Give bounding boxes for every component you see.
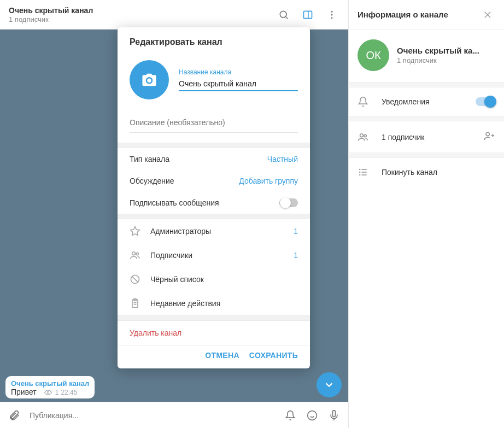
scroll-down-button[interactable] [317, 372, 342, 397]
paperclip-icon [8, 409, 20, 421]
save-button[interactable]: СОХРАНИТЬ [249, 351, 298, 360]
notifications-row[interactable]: Уведомления [349, 87, 504, 116]
svg-point-25 [486, 132, 489, 136]
channel-type-row[interactable]: Тип канала Частный [118, 148, 310, 170]
svg-point-33 [360, 175, 360, 175]
svg-point-31 [360, 169, 360, 170]
svg-line-16 [132, 277, 138, 283]
discussion-value: Добавить группу [239, 177, 298, 185]
emoji-button[interactable] [302, 406, 322, 425]
close-icon [483, 10, 493, 20]
recent-actions-label: Недавние действия [150, 299, 298, 308]
search-button[interactable] [273, 4, 295, 26]
svg-point-7 [47, 391, 49, 394]
channel-subtitle: 1 подписчик [9, 15, 273, 24]
eye-icon [44, 389, 52, 396]
channel-subscribers: 1 подписчик [397, 56, 479, 65]
cancel-button[interactable]: ОТМЕНА [205, 351, 239, 360]
svg-point-5 [331, 14, 333, 15]
leave-channel-label: Покинуть канал [382, 168, 495, 177]
sign-messages-toggle[interactable] [279, 198, 298, 207]
discussion-row[interactable]: Обсуждение Добавить группу [118, 170, 310, 192]
message-meta: 1 22:45 [44, 389, 78, 396]
description-input[interactable] [130, 114, 298, 133]
star-icon [130, 226, 140, 237]
svg-marker-12 [131, 227, 140, 236]
composer-input[interactable] [26, 411, 278, 420]
channel-profile[interactable]: ОК Очень скрытый ка... 1 подписчик [349, 30, 504, 82]
modal-title: Редактировать канал [118, 27, 310, 55]
bell-icon [285, 410, 296, 421]
channel-name-input[interactable] [179, 76, 298, 91]
channel-type-value: Частный [267, 155, 298, 163]
discussion-label: Обсуждение [130, 177, 239, 185]
panel-subscribers-label: 1 подписчик [382, 133, 483, 142]
svg-point-14 [136, 253, 138, 255]
info-panel: Информация о канале ОК Очень скрытый ка.… [348, 0, 504, 428]
message-time: 22:45 [61, 389, 77, 396]
chat-header: Очень скрытый канал 1 подписчик [0, 0, 348, 30]
avatar-upload-button[interactable] [130, 60, 169, 99]
info-panel-title: Информация о канале [358, 10, 480, 19]
message-sender: Очень скрытый канал [11, 379, 89, 388]
notifications-toggle[interactable] [476, 97, 495, 106]
list-icon [358, 167, 368, 178]
subscribers-count: 1 [294, 251, 298, 260]
composer [0, 402, 348, 428]
message-text: Привет [11, 388, 37, 396]
header-title-block[interactable]: Очень скрытый канал 1 подписчик [9, 6, 273, 24]
panel-subscribers-row[interactable]: 1 подписчик [349, 121, 504, 153]
panel-icon [302, 9, 313, 20]
blacklist-row[interactable]: Чёрный список [118, 267, 310, 291]
svg-point-13 [132, 252, 136, 255]
search-icon [278, 9, 289, 20]
svg-point-8 [308, 411, 317, 420]
svg-point-32 [360, 172, 360, 173]
sidebar-toggle-button[interactable] [297, 4, 319, 26]
subscribers-label: Подписчики [150, 251, 294, 260]
leave-channel-row[interactable]: Покинуть канал [349, 158, 504, 186]
channel-name: Очень скрытый ка... [397, 46, 479, 55]
svg-point-6 [331, 17, 333, 19]
clipboard-icon [130, 298, 140, 309]
svg-point-4 [331, 10, 333, 12]
administrators-label: Администраторы [150, 227, 294, 236]
channel-avatar: ОК [358, 39, 389, 71]
users-icon [358, 132, 368, 143]
channel-name-label: Название канала [179, 68, 298, 76]
more-vertical-icon [326, 9, 337, 20]
notifications-label: Уведомления [382, 97, 476, 106]
svg-line-1 [286, 16, 288, 19]
message-bubble[interactable]: Очень скрытый канал Привет 1 22:45 [5, 376, 95, 398]
edit-channel-modal: Редактировать канал Название канала Тип … [118, 27, 310, 368]
microphone-icon [329, 410, 339, 421]
channel-title: Очень скрытый канал [9, 6, 273, 15]
administrators-row[interactable]: Администраторы 1 [118, 219, 310, 243]
more-button[interactable] [321, 4, 343, 26]
channel-type-label: Тип канала [130, 155, 267, 163]
camera-icon [141, 72, 157, 88]
administrators-count: 1 [294, 227, 298, 236]
attach-button[interactable] [4, 406, 24, 425]
svg-point-23 [360, 133, 364, 137]
svg-point-24 [364, 134, 366, 137]
recent-actions-row[interactable]: Недавние действия [118, 291, 310, 315]
voice-button[interactable] [324, 406, 344, 425]
subscribers-row[interactable]: Подписчики 1 [118, 243, 310, 267]
user-plus-icon [483, 130, 495, 142]
close-panel-button[interactable] [480, 7, 495, 22]
add-subscriber-button[interactable] [483, 130, 495, 144]
ban-icon [130, 274, 140, 285]
delete-channel-button[interactable]: Удалить канал [118, 321, 310, 345]
sign-messages-label: Подписывать сообщения [130, 198, 279, 207]
chevron-down-icon [323, 379, 335, 391]
smile-icon [307, 410, 318, 421]
svg-point-0 [280, 11, 286, 17]
silent-button[interactable] [280, 406, 300, 425]
message-views: 1 [55, 389, 59, 396]
blacklist-label: Чёрный список [150, 275, 298, 284]
sign-messages-row[interactable]: Подписывать сообщения [118, 192, 310, 214]
users-icon [130, 250, 140, 261]
bell-icon [358, 96, 368, 107]
